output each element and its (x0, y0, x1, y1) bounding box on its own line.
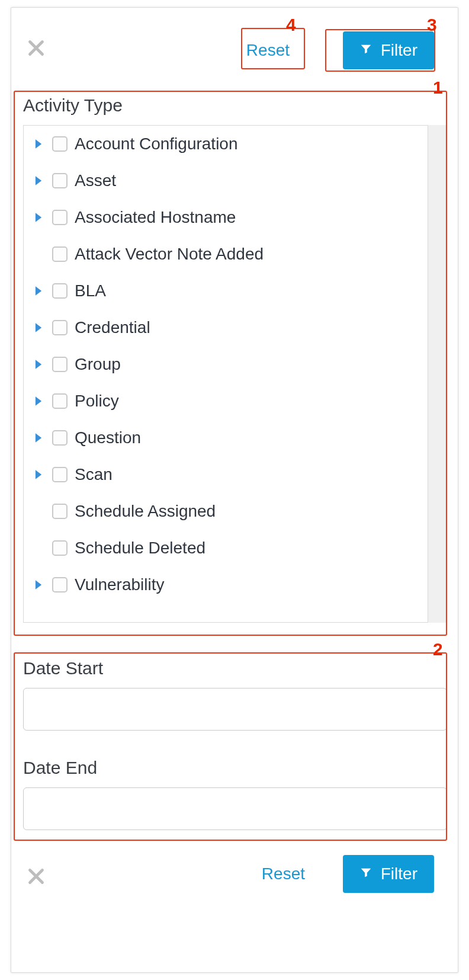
tree-item-label: Credential (75, 318, 150, 337)
tree-item-label: Associated Hostname (75, 208, 236, 227)
checkbox[interactable] (52, 357, 68, 372)
filter-button-label: Filter (381, 864, 417, 883)
tree-item-label: Group (75, 355, 121, 374)
caret-right-icon[interactable] (32, 284, 45, 297)
tree-item-label: Schedule Deleted (75, 539, 205, 558)
tree-item: Policy (24, 383, 428, 419)
close-icon[interactable] (25, 866, 47, 887)
funnel-icon (359, 864, 372, 883)
checkbox[interactable] (52, 173, 68, 188)
tree-item: Credential (24, 309, 428, 346)
callout-number-2: 2 (433, 639, 443, 659)
tree-item: Schedule Deleted (24, 530, 428, 566)
date-start-heading: Date Start (23, 658, 103, 678)
tree-item: Asset (24, 162, 428, 199)
tree-item-label: Asset (75, 171, 116, 190)
tree-item-label: Schedule Assigned (75, 502, 216, 521)
tree-item: BLA (24, 273, 428, 309)
tree-item: Attack Vector Note Added (24, 236, 428, 273)
tree-item-label: Account Configuration (75, 134, 238, 153)
tree-item: Associated Hostname (24, 199, 428, 236)
tree-item: Group (24, 346, 428, 383)
checkbox[interactable] (52, 210, 68, 225)
checkbox[interactable] (52, 467, 68, 482)
tree-scrollbar-track[interactable] (428, 125, 447, 623)
caret-right-icon[interactable] (32, 321, 45, 334)
checkbox[interactable] (52, 540, 68, 556)
tree-item: Account Configuration (24, 126, 428, 162)
tree-item-label: Question (75, 428, 141, 447)
reset-button[interactable]: Reset (248, 855, 319, 893)
caret-right-icon[interactable] (32, 211, 45, 224)
tree-item: Vulnerability (24, 566, 428, 603)
caret-right-icon[interactable] (32, 174, 45, 187)
checkbox[interactable] (52, 504, 68, 519)
date-start-input[interactable] (23, 688, 447, 731)
checkbox[interactable] (52, 430, 68, 446)
caret-right-icon[interactable] (32, 137, 45, 150)
tree-item: Scan (24, 456, 428, 493)
caret-right-icon[interactable] (32, 468, 45, 481)
reset-button[interactable]: Reset (232, 31, 304, 69)
tree-item-label: Policy (75, 392, 119, 411)
filter-button[interactable]: Filter (343, 31, 434, 69)
close-icon[interactable] (25, 37, 47, 59)
callout-number-1: 1 (433, 78, 443, 98)
date-end-input[interactable] (23, 787, 447, 830)
caret-right-icon[interactable] (32, 578, 45, 591)
caret-right-icon[interactable] (32, 395, 45, 408)
checkbox[interactable] (52, 393, 68, 409)
activity-type-tree[interactable]: Account ConfigurationAssetAssociated Hos… (23, 125, 428, 623)
filter-panel: Reset Filter Activity Type Account Confi… (11, 7, 458, 973)
date-end-heading: Date End (23, 758, 97, 778)
activity-type-heading: Activity Type (23, 95, 123, 116)
tree-item-label: Vulnerability (75, 575, 164, 594)
tree-item: Question (24, 419, 428, 456)
tree-item-label: Attack Vector Note Added (75, 245, 264, 264)
checkbox[interactable] (52, 283, 68, 299)
tree-item: Schedule Assigned (24, 493, 428, 530)
caret-right-icon[interactable] (32, 431, 45, 444)
checkbox[interactable] (52, 246, 68, 262)
checkbox[interactable] (52, 136, 68, 152)
filter-button[interactable]: Filter (343, 855, 434, 893)
caret-right-icon[interactable] (32, 358, 45, 371)
checkbox[interactable] (52, 320, 68, 335)
filter-button-label: Filter (381, 41, 417, 60)
checkbox[interactable] (52, 577, 68, 593)
tree-item-label: BLA (75, 281, 106, 300)
tree-item-label: Scan (75, 465, 113, 484)
funnel-icon (359, 41, 372, 60)
